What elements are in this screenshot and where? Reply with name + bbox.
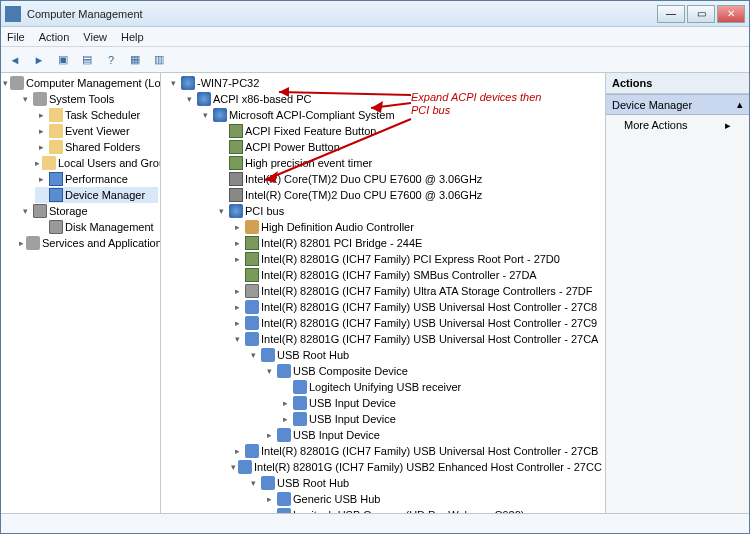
tree-item[interactable]: High precision event timer [215, 155, 599, 171]
back-button[interactable]: ◄ [5, 50, 25, 70]
ata-icon [245, 284, 259, 298]
share-icon [49, 140, 63, 154]
tree-item[interactable]: ▾Intel(R) 82801G (ICH7 Family) USB Unive… [231, 331, 599, 347]
tree-item[interactable]: ▸USB Input Device [279, 395, 599, 411]
tree-item[interactable]: ACPI Power Button [215, 139, 599, 155]
tree-pc[interactable]: ▾-WIN7-PC32 [167, 75, 599, 91]
services-icon [26, 236, 40, 250]
navigation-pane[interactable]: ▾Computer Management (Local ▾System Tool… [1, 73, 161, 513]
users-icon [42, 156, 56, 170]
computer-icon [213, 108, 227, 122]
system-icon [229, 124, 243, 138]
event-icon [49, 124, 63, 138]
menu-file[interactable]: File [7, 31, 25, 43]
tree-item[interactable]: ▸Generic USB Hub [263, 491, 599, 507]
device-icon [49, 188, 63, 202]
computer-icon [181, 76, 195, 90]
nav-root[interactable]: ▾Computer Management (Local [3, 75, 158, 91]
perf-icon [49, 172, 63, 186]
nav-disk-mgmt[interactable]: Disk Management [35, 219, 158, 235]
show-hide-button[interactable]: ▤ [77, 50, 97, 70]
tree-item[interactable]: Intel(R) Core(TM)2 Duo CPU E7600 @ 3.06G… [215, 171, 599, 187]
menu-view[interactable]: View [83, 31, 107, 43]
usb-icon [277, 364, 291, 378]
usb-icon [277, 492, 291, 506]
tree-item[interactable]: Logitech USB Camera (HD Pro Webcam C920) [263, 507, 599, 513]
tree-item[interactable]: ▸Intel(R) 82801 PCI Bridge - 244E [231, 235, 599, 251]
storage-icon [33, 204, 47, 218]
up-button[interactable]: ▣ [53, 50, 73, 70]
help-button[interactable]: ? [101, 50, 121, 70]
nav-performance[interactable]: ▸Performance [35, 171, 158, 187]
system-icon [229, 156, 243, 170]
chevron-right-icon: ▸ [725, 119, 731, 132]
nav-local-users[interactable]: ▸Local Users and Groups [35, 155, 158, 171]
system-icon [229, 140, 243, 154]
tree-item[interactable]: ▾USB Composite Device [263, 363, 599, 379]
close-button[interactable]: ✕ [717, 5, 745, 23]
menu-action[interactable]: Action [39, 31, 70, 43]
actions-header: Actions [606, 73, 749, 94]
usb-icon [245, 316, 259, 330]
collapse-icon[interactable]: ▴ [737, 98, 743, 111]
usb-icon [245, 332, 259, 346]
nav-storage[interactable]: ▾Storage [19, 203, 158, 219]
menubar: File Action View Help [1, 27, 749, 47]
actions-section[interactable]: Device Manager ▴ [606, 94, 749, 115]
tree-pci-bus[interactable]: ▾PCI bus [215, 203, 599, 219]
computer-icon [197, 92, 211, 106]
app-icon [5, 6, 21, 22]
tree-item[interactable]: ▾USB Root Hub [247, 475, 599, 491]
system-icon [245, 252, 259, 266]
usb-icon [261, 476, 275, 490]
titlebar[interactable]: Computer Management — ▭ ✕ [1, 1, 749, 27]
computer-icon [229, 204, 243, 218]
tree-item[interactable]: ▸High Definition Audio Controller [231, 219, 599, 235]
forward-button[interactable]: ► [29, 50, 49, 70]
nav-shared-folders[interactable]: ▸Shared Folders [35, 139, 158, 155]
tree-acpi-pc[interactable]: ▾ACPI x86-based PC [183, 91, 599, 107]
nav-event-viewer[interactable]: ▸Event Viewer [35, 123, 158, 139]
tree-item[interactable]: Intel(R) 82801G (ICH7 Family) SMBus Cont… [231, 267, 599, 283]
device-tree-pane[interactable]: ▾-WIN7-PC32 ▾ACPI x86-based PC ▾Microsof… [161, 73, 605, 513]
body-area: ▾Computer Management (Local ▾System Tool… [1, 73, 749, 513]
usb-icon [245, 300, 259, 314]
usb-icon [277, 428, 291, 442]
usb-icon [238, 460, 252, 474]
usb-icon [261, 348, 275, 362]
usb-icon [245, 444, 259, 458]
actions-pane: Actions Device Manager ▴ More Actions ▸ [605, 73, 749, 513]
nav-task-scheduler[interactable]: ▸Task Scheduler [35, 107, 158, 123]
tree-item[interactable]: ▸Intel(R) 82801G (ICH7 Family) Ultra ATA… [231, 283, 599, 299]
tree-item[interactable]: ▾USB Root Hub [247, 347, 599, 363]
tree-item[interactable]: ACPI Fixed Feature Button [215, 123, 599, 139]
action-more[interactable]: More Actions ▸ [606, 115, 749, 136]
toolbar: ◄ ► ▣ ▤ ? ▦ ▥ [1, 47, 749, 73]
window-title: Computer Management [27, 8, 657, 20]
usb-icon [293, 380, 307, 394]
tree-item[interactable]: ▸USB Input Device [279, 411, 599, 427]
cpu-icon [229, 172, 243, 186]
tree-item[interactable]: ▸Intel(R) 82801G (ICH7 Family) PCI Expre… [231, 251, 599, 267]
tree-item[interactable]: Logitech Unifying USB receiver [279, 379, 599, 395]
maximize-button[interactable]: ▭ [687, 5, 715, 23]
tree-item[interactable]: ▾Intel(R) 82801G (ICH7 Family) USB2 Enha… [231, 459, 599, 475]
minimize-button[interactable]: — [657, 5, 685, 23]
disk-icon [49, 220, 63, 234]
tree-acpi-system[interactable]: ▾Microsoft ACPI-Compliant System [199, 107, 599, 123]
usb-icon [293, 396, 307, 410]
properties-button[interactable]: ▥ [149, 50, 169, 70]
mmc-icon [10, 76, 24, 90]
tree-item[interactable]: ▸Intel(R) 82801G (ICH7 Family) USB Unive… [231, 299, 599, 315]
tree-item[interactable]: ▸USB Input Device [263, 427, 599, 443]
nav-services-apps[interactable]: ▸Services and Applications [19, 235, 158, 251]
nav-device-manager[interactable]: Device Manager [35, 187, 158, 203]
menu-help[interactable]: Help [121, 31, 144, 43]
refresh-button[interactable]: ▦ [125, 50, 145, 70]
tree-item[interactable]: ▸Intel(R) 82801G (ICH7 Family) USB Unive… [231, 443, 599, 459]
nav-system-tools[interactable]: ▾System Tools [19, 91, 158, 107]
tree-item[interactable]: Intel(R) Core(TM)2 Duo CPU E7600 @ 3.06G… [215, 187, 599, 203]
sound-icon [245, 220, 259, 234]
usb-icon [293, 412, 307, 426]
tree-item[interactable]: ▸Intel(R) 82801G (ICH7 Family) USB Unive… [231, 315, 599, 331]
